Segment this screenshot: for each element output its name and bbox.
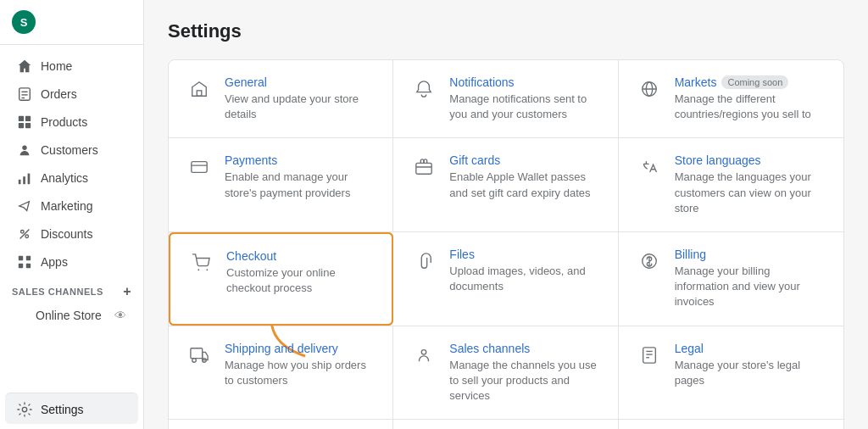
settings-cell-files[interactable]: Files Upload images, videos, and documen…	[393, 232, 618, 326]
cell-desc-shipping: Manage how you ship orders to customers	[225, 358, 376, 388]
credit-card-icon	[186, 153, 213, 181]
svg-point-30	[206, 269, 208, 270]
settings-grid: General View and update your store detai…	[168, 59, 844, 429]
cell-title-payments: Payments	[225, 153, 376, 167]
cell-title-sales-channels: Sales channels	[449, 342, 600, 355]
settings-cell-store-languages[interactable]: Store languages Manage the languages you…	[619, 138, 843, 231]
settings-cell-shipping[interactable]: Shipping and delivery Manage how you shi…	[169, 326, 393, 420]
store-icon	[186, 75, 213, 103]
cell-desc-sales-channels: Manage the channels you use to sell your…	[449, 358, 600, 404]
cell-title-notifications: Notifications	[449, 75, 600, 89]
cell-desc-store-languages: Manage the languages your customers can …	[675, 170, 826, 216]
cart-icon	[187, 249, 214, 276]
marketing-icon	[17, 198, 32, 214]
svg-point-35	[422, 349, 427, 354]
cell-desc-billing: Manage your billing information and view…	[675, 264, 826, 310]
truck-icon	[186, 342, 213, 369]
cell-content-gift-cards: Gift cards Enable Apple Wallet passes an…	[449, 153, 600, 200]
cell-desc-payments: Enable and manage your store's payment p…	[225, 170, 376, 200]
eye-icon[interactable]: 👁	[114, 309, 126, 322]
settings-cell-notifications[interactable]: Notifications Manage notifications sent …	[393, 60, 618, 137]
sidebar-item-discounts[interactable]: Discounts	[5, 220, 138, 248]
sidebar-item-home[interactable]: Home	[5, 53, 138, 80]
cell-content-sales-channels: Sales channels Manage the channels you u…	[449, 342, 600, 404]
cell-desc-general: View and update your store details	[225, 92, 376, 122]
cell-content-files: Files Upload images, videos, and documen…	[449, 248, 600, 294]
svg-rect-36	[643, 347, 655, 362]
sidebar-item-label: Orders	[41, 87, 77, 101]
svg-rect-27	[416, 164, 431, 175]
sidebar-item-settings[interactable]: Settings	[5, 393, 138, 424]
cell-desc-markets: Manage the different countries/regions y…	[675, 92, 826, 122]
add-sales-channel-button[interactable]: +	[123, 285, 131, 298]
settings-cell-sales-channels[interactable]: Sales channels Manage the channels you u…	[393, 326, 618, 420]
customers-icon	[17, 142, 32, 158]
sidebar-item-analytics[interactable]: Analytics	[5, 164, 138, 192]
sidebar-item-customers[interactable]: Customers	[5, 136, 138, 164]
cell-title-checkout: Checkout	[226, 249, 375, 263]
page-title: Settings	[168, 20, 844, 42]
sidebar-item-online-store[interactable]: Online Store 👁	[5, 303, 138, 328]
cell-title-general: General	[225, 75, 376, 89]
svg-point-33	[192, 358, 197, 362]
svg-point-8	[22, 146, 26, 150]
cell-title-markets: Markets Coming soon	[675, 75, 826, 89]
cell-content-billing: Billing Manage your billing information …	[675, 248, 826, 310]
sidebar-item-orders[interactable]: Orders	[5, 81, 138, 108]
apps-icon	[17, 254, 32, 270]
globe-icon	[636, 75, 663, 103]
sales-channels-section: SALES CHANNELS +	[0, 276, 143, 302]
svg-point-19	[22, 407, 26, 411]
home-icon	[17, 58, 32, 74]
discounts-icon	[17, 226, 32, 242]
cell-title-legal: Legal	[675, 342, 826, 355]
paperclip-icon	[410, 248, 437, 275]
settings-cell-gift-cards[interactable]: Gift cards Enable Apple Wallet passes an…	[393, 138, 618, 231]
settings-cell-billing[interactable]: Billing Manage your billing information …	[619, 232, 843, 326]
main-content: Settings General View and update your st…	[144, 0, 868, 429]
cell-content-checkout: Checkout Customize your online checkout …	[226, 249, 375, 296]
settings-cell-taxes[interactable]: Taxes Manage how your store charges taxe…	[169, 420, 393, 429]
sidebar-item-products[interactable]: Products	[5, 109, 138, 136]
orders-icon	[17, 86, 32, 102]
cell-content-markets: Markets Coming soon Manage the different…	[675, 75, 826, 122]
settings-cell-checkout[interactable]: Checkout Customize your online checkout …	[169, 232, 393, 326]
svg-rect-11	[28, 174, 31, 185]
sidebar-nav: Home Orders Products Customers Analytics…	[0, 45, 143, 387]
cell-content-notifications: Notifications Manage notifications sent …	[449, 75, 600, 122]
svg-rect-9	[19, 180, 21, 184]
svg-rect-7	[25, 123, 31, 128]
products-icon	[17, 114, 32, 130]
sidebar-logo: S	[0, 0, 143, 45]
sidebar-item-label: Customers	[41, 143, 98, 157]
svg-rect-15	[19, 256, 23, 260]
svg-point-29	[198, 269, 199, 270]
sidebar-item-marketing[interactable]: Marketing	[5, 192, 138, 220]
sidebar-item-apps[interactable]: Apps	[5, 248, 138, 276]
settings-row: Shipping and delivery Manage how you shi…	[169, 326, 843, 421]
settings-cell-metafields[interactable]: Metafields Extend your store by adding n…	[619, 420, 843, 429]
svg-point-13	[25, 235, 29, 238]
settings-icon	[17, 402, 32, 417]
settings-row: Payments Enable and manage your store's …	[169, 138, 843, 232]
gift-card-icon	[410, 153, 437, 181]
settings-cell-markets[interactable]: Markets Coming soon Manage the different…	[619, 60, 843, 137]
cell-desc-notifications: Manage notifications sent to you and you…	[449, 92, 600, 122]
settings-cell-general[interactable]: General View and update your store detai…	[169, 60, 393, 137]
translate-icon	[636, 153, 663, 181]
svg-rect-10	[23, 176, 25, 184]
settings-cell-plan[interactable]: Plan Current plan: Development Manage an…	[393, 420, 618, 429]
sales-channels-icon	[410, 342, 437, 369]
settings-cell-legal[interactable]: Legal Manage your store's legal pages	[619, 326, 843, 420]
svg-rect-6	[19, 123, 24, 128]
cell-title-shipping: Shipping and delivery	[225, 342, 376, 355]
analytics-icon	[17, 170, 32, 186]
cell-content-payments: Payments Enable and manage your store's …	[225, 153, 376, 200]
svg-rect-32	[191, 348, 203, 358]
svg-rect-4	[19, 116, 24, 121]
sales-channels-label: SALES CHANNELS	[12, 287, 103, 297]
settings-cell-payments[interactable]: Payments Enable and manage your store's …	[169, 138, 393, 231]
logo-icon: S	[12, 10, 36, 34]
sidebar-item-label: Discounts	[41, 227, 92, 241]
coming-soon-badge: Coming soon	[721, 75, 788, 89]
